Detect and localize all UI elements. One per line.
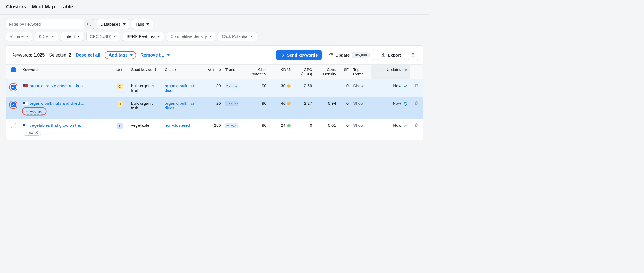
kd-dot-icon [287,84,291,88]
filter-databases[interactable]: Databases [97,19,129,29]
svg-line-1 [90,25,90,26]
row-delete-button[interactable] [414,84,419,89]
svg-point-0 [87,23,90,25]
chevron-down-icon [158,36,160,37]
add-tags-button[interactable]: Add tags [105,51,136,59]
col-keyword[interactable]: Keyword [20,65,110,79]
col-trend[interactable]: Trend [223,65,243,79]
kd-dot-icon [287,102,291,105]
col-top[interactable]: Top Comp. [351,65,371,79]
filter-label: Volume [10,34,24,39]
panel-toolbar: Keywords: 1,025 Selected: 2 Deselect all… [6,46,423,65]
row-checkbox[interactable] [11,123,16,128]
chevron-down-icon [114,36,116,37]
header-checkbox[interactable] [6,65,20,79]
filter-intent[interactable]: Intent [61,32,83,41]
row-checkbox[interactable] [11,85,16,90]
tab-table[interactable]: Table [60,4,73,14]
plus-icon: + [26,109,28,113]
sf-value: 0 [338,119,351,140]
tab-mindmap[interactable]: Mind Map [32,4,55,14]
filter-bar: Databases Tags Volume KD % Intent CPC (U… [0,15,429,44]
filter-label: KD % [39,34,49,39]
kd-dot-icon [287,124,291,127]
export-button[interactable]: Export [377,50,405,60]
refresh-icon [329,53,333,57]
selected-count: Selected: 2 [49,53,71,58]
col-com[interactable]: Com. Density [314,65,338,79]
updated-value: Now [371,79,410,97]
svg-rect-2 [12,70,14,70]
chevron-down-icon [77,36,80,37]
cluster-link[interactable]: non-clustered [165,123,190,128]
top-competitors-link[interactable]: Show [353,123,364,128]
sf-value: 0 [338,79,351,97]
updated-value: Now [371,97,410,119]
add-tag-inline-button[interactable]: + Add tag [23,108,46,115]
col-updated[interactable]: Updated [371,65,410,79]
filter-label: Competitive density [170,34,207,39]
col-cluster[interactable]: Cluster [163,65,198,79]
keyword-link[interactable]: organic freeze dried fruit bulk [30,83,83,88]
remove-button[interactable]: Remove t... [141,53,164,58]
filter-label: Click Potential [222,34,248,39]
chevron-down-icon [209,36,212,37]
keyword-link[interactable]: organic bulk nuts and dried ... [30,101,85,106]
intent-badge: I [117,123,123,129]
volume-value: 30 [198,79,223,97]
row-delete-button[interactable] [414,101,419,106]
update-button[interactable]: Update 0/5,000 [325,50,374,60]
trend-sparkline [225,83,238,88]
filter-clickpot[interactable]: Click Potential [218,32,257,41]
filter-kd[interactable]: KD % [35,32,58,41]
col-sf[interactable]: SF [338,65,351,79]
col-cpc[interactable]: CPC (USD) [293,65,314,79]
trash-icon [411,53,415,57]
volume-value: 20 [198,97,223,119]
filter-tags[interactable]: Tags [132,19,153,29]
cluster-link[interactable]: organic bulk fruit dices [165,101,195,110]
col-kd[interactable]: KD % [269,65,293,79]
top-competitors-link[interactable]: Show [353,101,364,106]
tag-chip[interactable]: grow ✕ [23,130,41,136]
tab-clusters[interactable]: Clusters [6,4,26,14]
update-quota-badge: 0/5,000 [352,52,370,58]
keyword-link[interactable]: vegetables that grow on tre... [30,123,83,128]
chevron-down-icon [51,36,54,37]
deselect-all-button[interactable]: Deselect all [76,53,100,58]
kd-value: 46 [269,97,293,119]
cpc-value: 2.27 [293,97,314,119]
filter-compdensity[interactable]: Competitive density [167,32,215,41]
row-delete-button[interactable] [414,123,419,128]
kd-value: 24 [269,119,293,140]
col-seed[interactable]: Seed keyword [129,65,163,79]
click-potential-value: 90 [243,79,269,97]
filter-label: SERP Features [126,34,155,39]
filter-serp[interactable]: SERP Features [123,32,164,41]
search-input[interactable] [6,19,84,29]
delete-selected-button[interactable] [408,50,418,60]
flag-us-icon [23,102,28,105]
filter-cpc[interactable]: CPC (USD) [86,32,120,41]
search-button[interactable] [84,19,94,29]
click-potential-value: 90 [243,97,269,119]
chevron-down-icon [130,54,133,56]
cpc-value: 2.59 [293,79,314,97]
sort-icon [404,68,407,72]
col-volume[interactable]: Volume [198,65,223,79]
col-intent[interactable]: Intent [110,65,129,79]
flag-us-icon [23,124,28,127]
filter-volume[interactable]: Volume [6,32,32,41]
updated-value: Now [371,119,410,140]
chevron-down-icon[interactable] [167,54,170,56]
row-checkbox[interactable] [11,102,16,107]
cluster-link[interactable]: organic bulk fruit dices [165,83,195,93]
tag-remove-button[interactable]: ✕ [35,131,38,135]
top-competitors-link[interactable]: Show [353,83,364,88]
refresh-icon[interactable] [403,102,407,106]
col-click[interactable]: Click potential [243,65,269,79]
chevron-down-icon [250,36,253,37]
send-keywords-button[interactable]: Send keywords [276,50,322,60]
search-icon [87,22,91,26]
com-density-value: 0.94 [314,97,338,119]
